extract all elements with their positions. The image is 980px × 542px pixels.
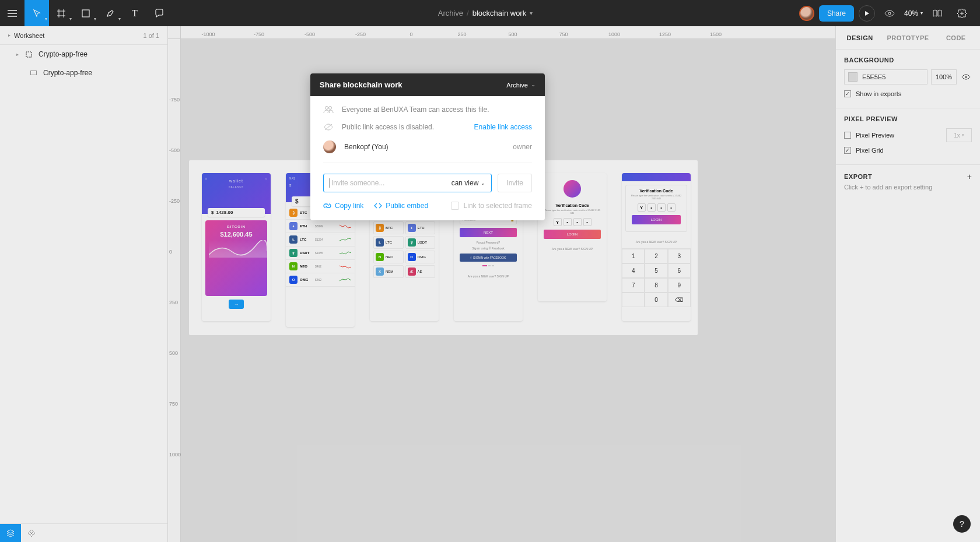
owner-row: Benkopf (You) owner — [323, 140, 532, 153]
team-access-row: Everyone at BenUXA Team can access this … — [323, 105, 532, 114]
svg-point-6 — [329, 107, 332, 110]
enable-link-button[interactable]: Enable link access — [474, 123, 532, 131]
svg-point-5 — [326, 107, 328, 110]
modal-header: Share blockchain work Archive⌄ — [310, 73, 545, 96]
copy-link-button[interactable]: Copy link — [323, 202, 363, 210]
link-selected-toggle[interactable]: Link to selected frame — [451, 202, 532, 210]
modal-title: Share blockchain work — [320, 80, 402, 89]
invite-input[interactable]: Invite someone... can view⌄ — [323, 174, 492, 192]
invite-button[interactable]: Invite — [498, 174, 532, 192]
user-avatar-small — [323, 140, 336, 153]
public-embed-button[interactable]: Public embed — [374, 202, 428, 210]
modal-context-select[interactable]: Archive⌄ — [506, 82, 536, 89]
public-link-row: Public link access is disabled. Enable l… — [323, 123, 532, 131]
share-modal: Share blockchain work Archive⌄ Everyone … — [310, 73, 545, 220]
permission-select[interactable]: can view⌄ — [452, 179, 486, 187]
team-icon — [323, 105, 334, 114]
link-disabled-icon — [323, 123, 334, 131]
